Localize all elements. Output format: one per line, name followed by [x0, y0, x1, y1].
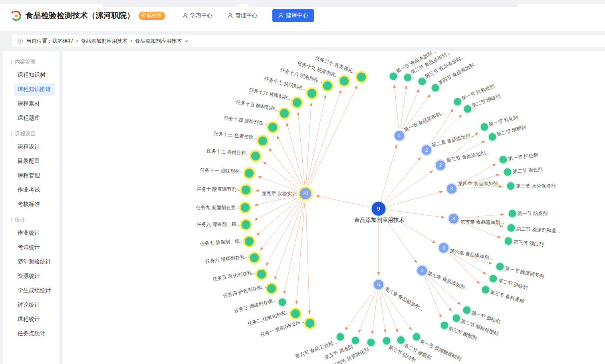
graph-node-t16[interactable]: [290, 96, 304, 109]
graph-node-t2[interactable]: [289, 307, 302, 320]
graph-node-t4[interactable]: [265, 282, 278, 295]
sidebar-item-课程知识树[interactable]: 课程知识树: [3, 68, 59, 82]
node-count: 6: [377, 282, 380, 287]
graph-node-t8[interactable]: [239, 218, 253, 231]
sidebar-item-讨论统计[interactable]: 讨论统计: [3, 298, 59, 312]
graph-edge: [309, 86, 357, 186]
graph-node-s82[interactable]: [397, 336, 405, 344]
graph-node-s42[interactable]: [503, 168, 512, 176]
breadcrumb-separator: >: [75, 38, 78, 44]
sidebar-item-随堂测验统计[interactable]: 随堂测验统计: [3, 255, 59, 269]
node-count: 3: [442, 245, 445, 251]
graph-node-ch5[interactable]: 3: [448, 214, 459, 224]
graph-node-s43[interactable]: [506, 182, 515, 190]
sidebar-item-课程知识图谱[interactable]: 课程知识图谱: [14, 83, 55, 96]
graph-edge: [459, 186, 502, 188]
sidebar-item-任务点统计[interactable]: 任务点统计: [3, 326, 59, 341]
graph-node-ch1[interactable]: 4: [394, 131, 405, 141]
graph-node-s32[interactable]: [488, 133, 497, 141]
graph-node-s72[interactable]: [452, 314, 461, 322]
graph-node-ch8[interactable]: 6: [373, 279, 384, 290]
graph-node-s63[interactable]: [481, 285, 490, 294]
graph-edge: [306, 103, 311, 185]
graph-node-t10[interactable]: [239, 183, 253, 197]
graph-edge: [461, 214, 504, 218]
sidebar-item-作业考试[interactable]: 作业考试: [3, 183, 59, 197]
graph-node-s61[interactable]: [496, 262, 504, 271]
sidebar-item-考试统计[interactable]: 考试统计: [3, 240, 59, 255]
graph-panel: 94223333620食品添加剂应用技术第一章 食品添加剂...第二章 食品添加…: [63, 51, 605, 364]
graph-node-s12[interactable]: [403, 73, 412, 82]
nav-course-builder-button[interactable]: 建课中心: [272, 9, 314, 22]
graph-edge: [425, 277, 441, 317]
sidebar-item-目录配置[interactable]: 目录配置: [3, 154, 59, 168]
nav-label: 学习中心: [190, 12, 212, 19]
graph-node-label: 任务八 漂白剂、稳...: [196, 222, 240, 227]
sidebar-item-资源统计[interactable]: 资源统计: [3, 269, 59, 283]
graph-node-s83[interactable]: [382, 336, 391, 345]
sidebar-item-作业统计[interactable]: 作业统计: [3, 226, 59, 240]
sidebar-item-课程素材[interactable]: 课程素材: [3, 97, 59, 111]
graph-node-s52[interactable]: [507, 224, 516, 232]
graph-node-t18[interactable]: [321, 79, 334, 93]
graph-node-t11[interactable]: [242, 166, 256, 180]
graph-node-s14[interactable]: [431, 83, 440, 92]
graph-node-t14[interactable]: [266, 121, 280, 134]
graph-node-s31[interactable]: [480, 123, 489, 131]
graph-node-ch6[interactable]: 3: [438, 243, 449, 253]
graph-node-t9[interactable]: [238, 201, 252, 214]
sidebar-item-课程统计[interactable]: 课程统计: [3, 312, 59, 326]
graph-node-t20[interactable]: [355, 70, 368, 84]
graph-node-s51[interactable]: [508, 209, 517, 218]
graph-node-s81[interactable]: [412, 332, 421, 341]
graph-node-s41[interactable]: [499, 155, 508, 164]
node-count: 2: [425, 147, 428, 153]
graph-node-ch4[interactable]: 3: [446, 184, 457, 194]
graph-node-s21[interactable]: [453, 97, 462, 106]
knowledge-graph-svg[interactable]: 94223333620食品添加剂应用技术第一章 食品添加剂...第二章 食品添加…: [63, 51, 605, 364]
sidebar-item-课程管理[interactable]: 课程管理: [3, 168, 59, 183]
breadcrumb-item[interactable]: 食品添加剂应用技术: [135, 38, 182, 44]
graph-node-ch3[interactable]: 2: [435, 160, 446, 171]
nav-learning-center[interactable]: 学习中心: [182, 12, 212, 19]
graph-node-t6[interactable]: [248, 251, 261, 265]
graph-node-root[interactable]: 9: [371, 201, 386, 216]
graph-node-s11[interactable]: [389, 72, 398, 81]
graph-node-s53[interactable]: [504, 237, 513, 245]
graph-node-t19[interactable]: [337, 74, 351, 88]
graph-node-label: 第二章 食品添加剂...: [431, 132, 474, 148]
graph-node-s85[interactable]: [351, 336, 360, 345]
nav-admin-center[interactable]: 管理中心: [227, 12, 258, 19]
graph-node-ch2[interactable]: 2: [421, 145, 432, 156]
sidebar-item-考核标准[interactable]: 考核标准: [3, 197, 59, 212]
graph-node-t13[interactable]: [256, 134, 270, 148]
graph-node-t3[interactable]: [278, 298, 287, 307]
graph-node-s86[interactable]: [336, 332, 345, 341]
graph-edge: [308, 90, 341, 186]
graph-node-s73[interactable]: [440, 321, 449, 330]
page-title: 食品检验检测技术（漯河职院）: [26, 10, 135, 21]
graph-node-t7[interactable]: [242, 235, 256, 248]
graph-node-s13[interactable]: [418, 77, 426, 86]
graph-node-ch7[interactable]: 3: [417, 265, 428, 276]
graph-node-s22[interactable]: [463, 105, 472, 113]
graph-node-t1[interactable]: [303, 317, 317, 330]
graph-node-t17[interactable]: [305, 87, 319, 100]
nav-label: 管理中心: [235, 12, 258, 19]
graph-node-n20[interactable]: 20: [298, 186, 313, 202]
sidebar-item-课程题库[interactable]: 课程题库: [3, 111, 59, 125]
graph-node-s62[interactable]: [489, 274, 498, 283]
sidebar-item-课程设计[interactable]: 课程设计: [3, 140, 59, 154]
graph-node-s71[interactable]: [462, 306, 471, 315]
graph-edge: [287, 123, 303, 185]
graph-node-t5[interactable]: [255, 267, 268, 281]
section-divider: [11, 218, 12, 223]
chevron-down-icon[interactable]: [184, 39, 188, 44]
breadcrumb-item[interactable]: 我的课程: [52, 38, 73, 44]
graph-node-label: 第九章 实验实训: [262, 191, 297, 196]
sidebar-item-学生成绩统计[interactable]: 学生成绩统计: [3, 283, 59, 298]
graph-node-t15[interactable]: [278, 107, 291, 120]
graph-node-s84[interactable]: [367, 338, 375, 347]
graph-node-t12[interactable]: [249, 149, 262, 163]
breadcrumb-item[interactable]: 食品添加剂应用技术: [81, 38, 127, 44]
